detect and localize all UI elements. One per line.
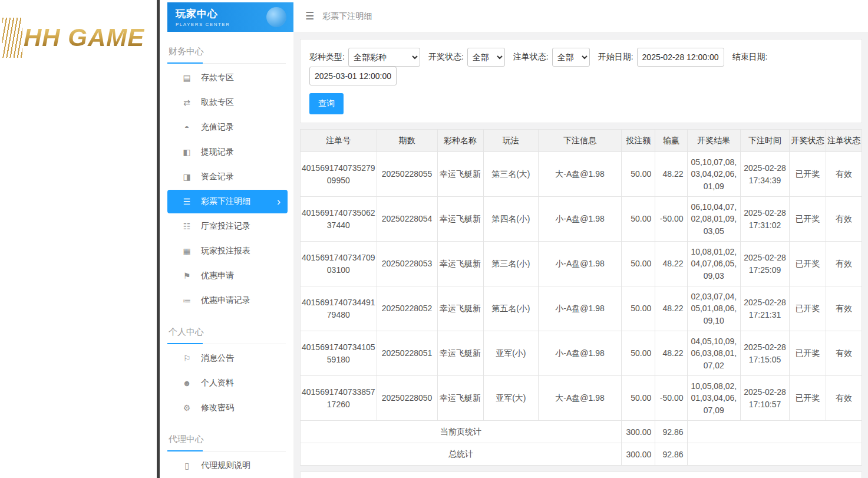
table-row: 40156917407338571726020250228050幸运飞艇新亚军(… bbox=[301, 376, 862, 421]
sidebar-item-agent-rules[interactable]: ▯代理规则说明 bbox=[167, 454, 288, 477]
recharge-record-icon: ◓ bbox=[181, 123, 192, 132]
start-date-input[interactable] bbox=[637, 48, 724, 67]
cell-win_loss: -50.00 bbox=[655, 376, 687, 421]
cell-bet_time: 2025-02-28 17:31:02 bbox=[741, 197, 790, 242]
sidebar-item-lottery-bet-detail[interactable]: ☰彩票下注明细› bbox=[167, 190, 288, 213]
cell-bet_info: 大-A盘@1.98 bbox=[539, 152, 622, 197]
cell-result: 06,10,04,07,02,08,01,09,03,05 bbox=[687, 197, 741, 242]
column-header: 彩种名称 bbox=[437, 130, 483, 152]
document-icon: ▯ bbox=[181, 461, 192, 470]
sidebar-item-label: 玩家投注报表 bbox=[201, 246, 250, 256]
cell-draw_status: 已开奖 bbox=[790, 331, 826, 376]
sidebar-item-announcements[interactable]: ⚐消息公告 bbox=[167, 347, 288, 370]
cell-result: 04,05,10,09,06,03,08,01,07,02 bbox=[687, 331, 741, 376]
page-summary-winloss-total: 92.86 bbox=[655, 421, 687, 443]
page-summary-label: 当前页统计 bbox=[301, 421, 622, 443]
cell-order_status: 有效 bbox=[826, 376, 862, 421]
cell-order_no: 401569174073506237440 bbox=[301, 197, 377, 242]
cell-play: 第三名(小) bbox=[483, 242, 538, 286]
sidebar-item-withdraw-zone[interactable]: ⇄取款专区 bbox=[167, 91, 288, 114]
sidebar-item-promo-apply[interactable]: ⚑优惠申请 bbox=[167, 264, 288, 288]
cell-result: 02,03,07,04,05,01,08,06,09,10 bbox=[687, 286, 741, 331]
cell-result: 10,05,08,02,01,03,04,06,07,09 bbox=[687, 376, 741, 421]
cell-draw_status: 已开奖 bbox=[790, 286, 826, 331]
cell-draw_status: 已开奖 bbox=[790, 376, 826, 421]
gear-icon: ⚙ bbox=[181, 403, 192, 413]
players-center-header: 玩家中心 PLAYERS CENTER bbox=[167, 2, 293, 32]
column-header: 注单状态 bbox=[826, 130, 862, 152]
cell-order_no: 401569174073385717260 bbox=[301, 376, 377, 421]
lottery-type-label: 彩种类型: bbox=[309, 52, 345, 62]
cell-result: 05,10,07,08,03,04,02,06,01,09 bbox=[687, 152, 741, 197]
cell-bet_time: 2025-02-28 17:10:57 bbox=[741, 376, 790, 421]
table-row: 40156917407352790995020250228055幸运飞艇新第三名… bbox=[301, 152, 862, 197]
table-header-row: 注单号期数彩种名称玩法下注信息投注额输赢开奖结果下注时间开奖状态注单状态 bbox=[301, 130, 862, 152]
column-header: 注单号 bbox=[301, 130, 377, 152]
grand-summary-label: 总统计 bbox=[301, 443, 622, 466]
sidebar-item-label: 消息公告 bbox=[201, 353, 234, 364]
cell-draw_status: 已开奖 bbox=[790, 197, 826, 242]
start-date-label: 开始日期: bbox=[598, 52, 633, 62]
cell-order_no: 401569174073470903100 bbox=[301, 242, 377, 286]
cell-period: 20250228055 bbox=[377, 152, 437, 197]
cell-order_status: 有效 bbox=[826, 331, 862, 376]
promo-record-icon: ≔ bbox=[181, 296, 192, 305]
cell-win_loss: 48.22 bbox=[655, 331, 687, 376]
cell-bet_time: 2025-02-28 17:15:05 bbox=[741, 331, 790, 376]
sidebar-item-withdrawal-record[interactable]: ◧提现记录 bbox=[167, 140, 288, 164]
cell-bet_info: 大-A盘@1.98 bbox=[539, 376, 622, 421]
funds-record-icon: ◨ bbox=[181, 172, 192, 182]
promo-apply-icon: ⚑ bbox=[181, 271, 192, 281]
sidebar-item-profile[interactable]: ☻个人资料 bbox=[167, 371, 288, 395]
logo-sparkle-icon bbox=[2, 18, 22, 58]
sidebar-item-label: 彩票下注明细 bbox=[201, 196, 250, 207]
main-area: ☰ 彩票下注明细 彩种类型: 全部彩种 开奖状态: 全部 注单状态: 全部 bbox=[293, 0, 868, 478]
cell-amount: 50.00 bbox=[622, 197, 655, 242]
draw-status-select[interactable]: 全部 bbox=[467, 48, 505, 67]
grand-summary-winloss-total: 92.86 bbox=[655, 443, 687, 466]
table-row: 40156917407350623744020250228054幸运飞艇新第四名… bbox=[301, 197, 862, 242]
chevron-right-icon: › bbox=[277, 196, 280, 207]
cell-win_loss: 48.22 bbox=[655, 152, 687, 197]
cell-order_status: 有效 bbox=[826, 286, 862, 331]
cell-play: 亚军(大) bbox=[483, 376, 538, 421]
bell-icon: ⚐ bbox=[181, 354, 192, 363]
cell-lottery: 幸运飞艇新 bbox=[437, 152, 483, 197]
sidebar-item-label: 厅室投注记录 bbox=[201, 221, 250, 232]
cell-period: 20250228053 bbox=[377, 242, 437, 286]
sidebar-item-label: 充值记录 bbox=[201, 122, 234, 133]
sidebar-item-change-password[interactable]: ⚙修改密码 bbox=[167, 396, 288, 420]
cell-draw_status: 已开奖 bbox=[790, 242, 826, 286]
page-summary-bet-total: 300.00 bbox=[622, 421, 655, 443]
app-root: HH GAME 玩家中心 PLAYERS CENTER 财务中心▤存款专区⇄取款… bbox=[0, 0, 868, 478]
sidebar-item-promo-apply-record[interactable]: ≔优惠申请记录 bbox=[167, 289, 288, 312]
cell-lottery: 幸运飞艇新 bbox=[437, 286, 483, 331]
lottery-type-select[interactable]: 全部彩种 bbox=[348, 48, 420, 67]
order-status-select[interactable]: 全部 bbox=[552, 48, 590, 67]
cell-amount: 50.00 bbox=[622, 242, 655, 286]
withdraw-icon: ⇄ bbox=[181, 98, 192, 107]
sidebar-item-hall-bet-record[interactable]: ☷厅室投注记录 bbox=[167, 215, 288, 238]
sidebar-item-funds-record[interactable]: ◨资金记录 bbox=[167, 165, 288, 189]
sidebar-section-title: 代理中心 bbox=[167, 429, 286, 451]
cell-draw_status: 已开奖 bbox=[790, 152, 826, 197]
draw-status-label: 开奖状态: bbox=[428, 52, 464, 62]
search-button[interactable]: 查询 bbox=[309, 93, 344, 114]
sidebar-item-player-bet-report[interactable]: ▦玩家投注报表 bbox=[167, 239, 288, 263]
cell-amount: 50.00 bbox=[622, 152, 655, 197]
sidebar: 玩家中心 PLAYERS CENTER 财务中心▤存款专区⇄取款专区◓充值记录◧… bbox=[160, 0, 293, 478]
cell-lottery: 幸运飞艇新 bbox=[437, 331, 483, 376]
sidebar-section-title: 个人中心 bbox=[167, 322, 286, 344]
cell-order_no: 401569174073449179480 bbox=[301, 286, 377, 331]
sidebar-section-title: 财务中心 bbox=[167, 41, 286, 64]
content: 彩种类型: 全部彩种 开奖状态: 全部 注单状态: 全部 开始日期: 结束日期: bbox=[293, 33, 868, 478]
cell-order_status: 有效 bbox=[826, 152, 862, 197]
table-row: 40156917407341055918020250228051幸运飞艇新亚军(… bbox=[301, 331, 862, 376]
topbar: ☰ 彩票下注明细 bbox=[293, 0, 868, 33]
sidebar-item-deposit-zone[interactable]: ▤存款专区 bbox=[167, 66, 288, 90]
end-date-input[interactable] bbox=[309, 67, 397, 85]
sidebar-item-recharge-record[interactable]: ◓充值记录 bbox=[167, 116, 288, 139]
menu-toggle-icon[interactable]: ☰ bbox=[305, 10, 314, 22]
cell-win_loss: -50.00 bbox=[655, 197, 687, 242]
end-date-label: 结束日期: bbox=[732, 52, 768, 62]
